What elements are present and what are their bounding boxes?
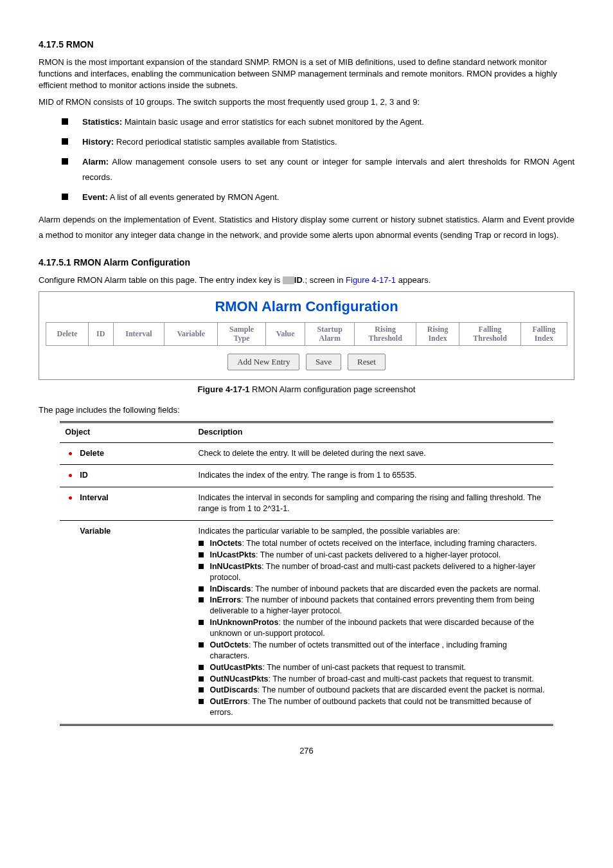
list-item: OutOctets: The number of octets transmit… — [199, 640, 548, 662]
group-item-alarm: Alarm: Allow management console users to… — [62, 154, 574, 186]
th-object: Object — [60, 422, 193, 443]
config-figure: RMON Alarm Configuration Delete ID Inter… — [39, 291, 574, 380]
list-item: InOctets: The total number of octets rec… — [199, 538, 548, 549]
col-rising-threshold: RisingThreshold — [355, 322, 416, 345]
col-falling-threshold: FallingThreshold — [459, 322, 521, 345]
col-id: ID — [88, 322, 113, 345]
square-bullet-icon — [199, 564, 204, 569]
group-desc: Record periodical statistic samples avai… — [114, 137, 337, 147]
row-desc: Check to delete the entry. It will be de… — [193, 442, 553, 465]
config-text-c: .; screen in — [303, 275, 346, 285]
square-bullet-icon — [62, 194, 68, 200]
list-item: OutNUcastPkts: The number of broad-cast … — [199, 674, 548, 685]
red-dot-icon — [69, 452, 72, 455]
square-bullet-icon — [199, 620, 204, 625]
var-desc: : The number of inbound packets that con… — [210, 595, 535, 615]
col-startup-alarm: StartupAlarm — [305, 322, 355, 345]
group-desc: A list of all events generated by RMON A… — [108, 192, 280, 202]
var-name: InUnknownProtos — [210, 618, 279, 627]
config-text-d: appears. — [396, 275, 431, 285]
intro-paragraph-3: Alarm depends on the implementation of E… — [39, 212, 574, 244]
var-desc: : The number of inbound packets that are… — [251, 584, 540, 593]
config-heading: RMON Alarm Configuration — [46, 297, 567, 317]
red-dot-icon — [69, 496, 72, 500]
config-sentence: Configure RMON Alarm table on this page.… — [39, 275, 574, 286]
square-bullet-icon — [199, 699, 204, 704]
fields-table: Object Description Delete Check to delet… — [60, 421, 553, 726]
var-name: InErrors — [210, 595, 242, 604]
fields-intro: The page includes the following fields: — [39, 404, 574, 416]
row-label: ID — [80, 471, 88, 480]
table-row: Delete ID Interval Variable SampleType V… — [46, 322, 567, 345]
intro-paragraph-1: RMON is the most important expansion of … — [39, 57, 574, 92]
var-name: InNUcastPkts — [210, 562, 262, 571]
config-text-b: ID — [294, 275, 303, 285]
figure-caption: Figure 4-17-1 RMON Alarm configuration p… — [39, 384, 574, 395]
square-bullet-icon — [199, 552, 204, 557]
list-item: InUcastPkts: The number of uni-cast pack… — [199, 550, 548, 561]
save-button[interactable]: Save — [306, 354, 341, 370]
square-bullet-icon — [199, 642, 204, 647]
var-name: OutOctets — [210, 640, 249, 649]
row-label: Delete — [80, 449, 104, 458]
figure-caption-text: RMON Alarm configuration page screenshot — [249, 384, 415, 394]
group-name: Statistics: — [82, 117, 122, 127]
row-label: Interval — [80, 493, 108, 502]
group-item-history: History: Record periodical statistic sam… — [62, 134, 574, 150]
square-bullet-icon — [199, 665, 204, 670]
red-dot-icon — [69, 474, 72, 477]
col-sample-type: SampleType — [218, 322, 266, 345]
square-bullet-icon — [62, 118, 68, 125]
grey-box-icon — [283, 276, 294, 284]
group-name: Event: — [82, 192, 108, 202]
var-desc: : The number of outbound packets that ar… — [258, 685, 545, 694]
var-name: InUcastPkts — [210, 550, 256, 559]
square-bullet-icon — [199, 586, 204, 592]
group-name: Alarm: — [82, 157, 109, 167]
variable-list: InOctets: The total number of octets rec… — [199, 538, 548, 718]
list-item: InUnknownProtos: the number of the inbou… — [199, 617, 548, 639]
group-desc: Maintain basic usage and error statistic… — [122, 117, 424, 127]
row-label: Variable — [80, 527, 111, 536]
list-item: InDiscards: The number of inbound packet… — [199, 584, 548, 595]
square-bullet-icon — [62, 138, 68, 145]
config-text-a: Configure RMON Alarm table on this page.… — [39, 275, 283, 285]
table-row: Delete Check to delete the entry. It wil… — [60, 442, 553, 465]
square-bullet-icon — [199, 597, 204, 602]
button-row: Add New Entry Save Reset — [46, 354, 567, 370]
col-value: Value — [265, 322, 305, 345]
group-item-statistics: Statistics: Maintain basic usage and err… — [62, 114, 574, 131]
row-desc: Indicates the index of the entry. The ra… — [193, 465, 553, 487]
col-rising-index: RisingIndex — [416, 322, 459, 345]
section-title-alarm-config: 4.17.5.1 RMON Alarm Configuration — [39, 257, 574, 269]
col-delete: Delete — [46, 322, 89, 345]
figure-link[interactable]: Figure 4-17-1 — [346, 275, 396, 285]
list-item: InErrors: The number of inbound packets … — [199, 595, 548, 617]
page-number: 276 — [39, 745, 574, 757]
group-name: History: — [82, 137, 114, 147]
square-bullet-icon — [62, 158, 68, 165]
add-new-entry-button[interactable]: Add New Entry — [227, 354, 299, 370]
var-name: OutErrors — [210, 697, 248, 706]
var-name: InOctets — [210, 539, 242, 548]
config-header-table: Delete ID Interval Variable SampleType V… — [46, 322, 567, 346]
col-variable: Variable — [164, 322, 218, 345]
table-row-variable: Variable Indicates the particular variab… — [60, 520, 553, 725]
var-desc: : The number of uni-cast packets that re… — [263, 663, 466, 672]
reset-button[interactable]: Reset — [348, 354, 386, 370]
list-item: InNUcastPkts: The number of broad-cast a… — [199, 561, 548, 583]
group-item-event: Event: A list of all events generated by… — [62, 190, 574, 206]
var-name: InDiscards — [210, 584, 251, 593]
var-name: OutNUcastPkts — [210, 674, 269, 683]
var-name: OutDiscards — [210, 685, 258, 694]
var-desc: : The total number of octets received on… — [242, 539, 537, 548]
var-name: OutUcastPkts — [210, 663, 263, 672]
col-falling-index: FallingIndex — [521, 322, 567, 345]
intro-paragraph-2: MID of RMON consists of 10 groups. The s… — [39, 96, 574, 108]
section-title-rmon: 4.17.5 RMON — [39, 39, 574, 51]
table-row: ID Indicates the index of the entry. The… — [60, 465, 553, 487]
list-item: OutErrors: The The number of outbound pa… — [199, 696, 548, 718]
var-desc: : The number of broad-cast and multi-cas… — [269, 674, 534, 683]
square-bullet-icon — [199, 687, 204, 692]
variable-lead: Indicates the particular variable to be … — [199, 526, 548, 538]
